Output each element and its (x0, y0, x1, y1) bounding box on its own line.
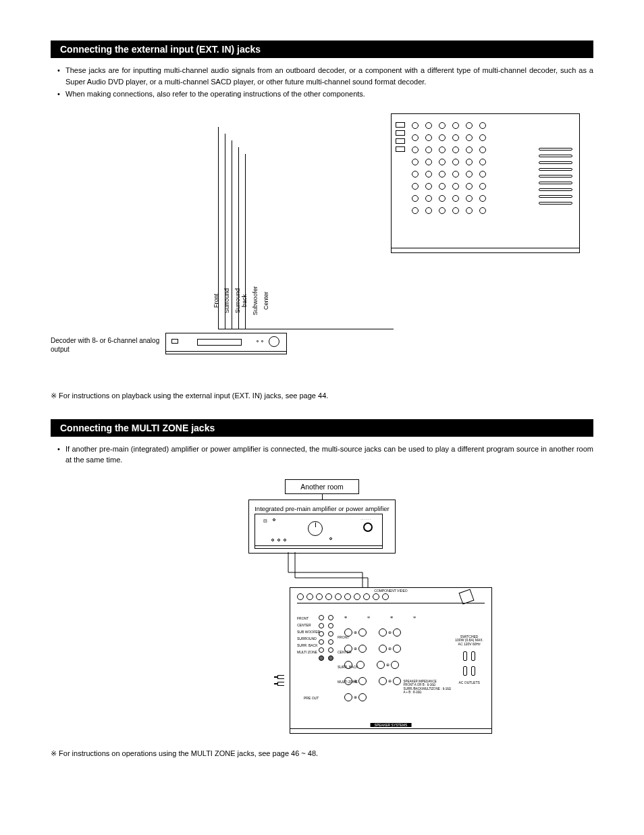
note-symbol: ※ (51, 749, 57, 757)
channel-label-surround: Surround (223, 282, 230, 319)
diagram-multi-zone: Another room Integrated pre-main amplifi… (51, 479, 593, 729)
note-ext-in: ※ For instructions on playback using the… (51, 392, 593, 400)
diagram-ext-in: Decoder with 8- or 6-channel analog outp… (51, 113, 593, 383)
section-header-multi-zone: Connecting the MULTI ZONE jacks (51, 419, 593, 437)
section-header-ext-in: Connecting the external input (EXT. IN) … (51, 41, 593, 58)
receiver-rear-panel-2: COMPONENT VIDEO FRONT CENTER SUB WOOFER … (290, 587, 492, 729)
panel-label-preout: PRE OUT (304, 696, 319, 700)
amp-caption: Integrated pre-main amplifier or power a… (254, 505, 390, 512)
bullets-multi-zone: If another pre-main (integrated) amplifi… (51, 443, 593, 466)
preout-labels: FRONT CENTER SUB WOOFER SURROUND SURR. B… (297, 615, 320, 655)
channel-label-surround-back: Surround back (234, 282, 248, 319)
channel-label-front: Front (213, 282, 219, 319)
note-multi-zone: ※ For instructions on operations using t… (51, 749, 593, 758)
panel-label-component-video: COMPONENT VIDEO (374, 589, 407, 593)
amplifier-box: ⊟ ······ (254, 514, 383, 546)
bullet-item: When making connections, also refer to t… (57, 88, 593, 100)
channel-label-subwoofer: Subwoofer (252, 282, 259, 319)
cable-plug-icon (277, 675, 284, 679)
bullets-ext-in: These jacks are for inputting multi-chan… (51, 65, 593, 100)
note-text: For instructions on playback using the e… (59, 392, 328, 400)
impedance-text: SPEAKER IMPEDANCE FRONT A OR B : 6-16Ω S… (403, 680, 451, 695)
bullet-item: These jacks are for inputting multi-chan… (57, 65, 593, 87)
note-text: For instructions on operations using the… (59, 749, 318, 757)
bullet-item: If another pre-main (integrated) amplifi… (57, 443, 593, 466)
channel-label-center: Center (263, 282, 269, 319)
another-room-label: Another room (285, 479, 359, 494)
cable-plug-icon (277, 682, 284, 686)
note-symbol: ※ (51, 392, 57, 400)
receiver-rear-panel (391, 113, 580, 248)
panel-label-speaker-systems: SPEAKER SYSTEMS (371, 723, 412, 727)
ac-outlet-section: SWITCHED 100W (0.8A) MAX. AC 120V 60Hz A… (455, 635, 483, 685)
decoder-box (165, 333, 287, 352)
decoder-caption: Decoder with 8- or 6-channel analog outp… (51, 336, 165, 354)
